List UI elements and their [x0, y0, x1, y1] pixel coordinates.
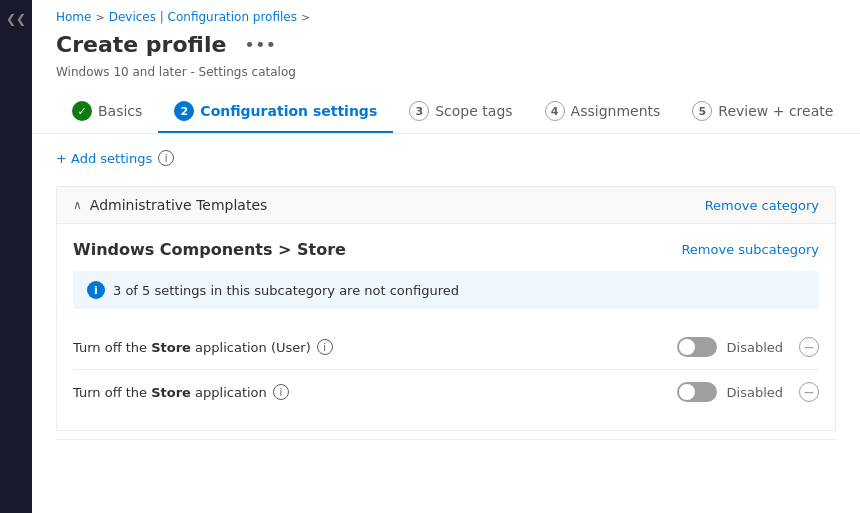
category-section: ∧ Administrative Templates Remove catego… — [56, 186, 836, 431]
breadcrumb-devices[interactable]: Devices | Configuration profiles — [109, 10, 297, 24]
toggle-1-label: Disabled — [727, 340, 783, 355]
category-header-left: ∧ Administrative Templates — [73, 197, 267, 213]
setting-row: Turn off the Store application (User) i … — [73, 325, 819, 370]
category-name: Administrative Templates — [90, 197, 268, 213]
sidebar: ❮❮ — [0, 0, 32, 513]
setting-1-info-icon[interactable]: i — [317, 339, 333, 355]
category-collapse-icon[interactable]: ∧ — [73, 198, 82, 212]
content-area: + Add settings i ∧ Administrative Templa… — [32, 134, 860, 513]
setting-2-remove-button[interactable]: − — [799, 382, 819, 402]
toggle-2-container: Disabled — [677, 382, 783, 402]
remove-category-button[interactable]: Remove category — [705, 198, 819, 213]
sidebar-collapse-button[interactable]: ❮❮ — [2, 8, 30, 30]
category-header: ∧ Administrative Templates Remove catego… — [57, 187, 835, 224]
tab-configuration-label: Configuration settings — [200, 103, 377, 119]
bottom-divider — [56, 439, 836, 440]
breadcrumb: Home > Devices | Configuration profiles … — [32, 0, 860, 28]
tab-configuration[interactable]: 2 Configuration settings — [158, 91, 393, 133]
main-content: Home > Devices | Configuration profiles … — [32, 0, 860, 513]
breadcrumb-home[interactable]: Home — [56, 10, 91, 24]
tab-assignments[interactable]: 4 Assignments — [529, 91, 677, 133]
toggle-1-container: Disabled — [677, 337, 783, 357]
info-banner-text: 3 of 5 settings in this subcategory are … — [113, 283, 459, 298]
tabs-container: ✓ Basics 2 Configuration settings 3 Scop… — [32, 91, 860, 134]
setting-label-1-text: Turn off the Store application (User) — [73, 340, 311, 355]
setting-row: Turn off the Store application i Disable… — [73, 370, 819, 414]
tab-scope-num: 3 — [409, 101, 429, 121]
subcategory-title: Windows Components > Store — [73, 240, 346, 259]
breadcrumb-sep1: > — [95, 11, 104, 24]
toggle-2[interactable] — [677, 382, 717, 402]
tab-review-label: Review + create — [718, 103, 833, 119]
setting-label-2-text: Turn off the Store application — [73, 385, 267, 400]
settings-list: Turn off the Store application (User) i … — [73, 325, 819, 414]
page-menu-button[interactable]: ••• — [238, 32, 282, 57]
toggle-2-label: Disabled — [727, 385, 783, 400]
add-settings-label: + Add settings — [56, 151, 152, 166]
toggle-1[interactable] — [677, 337, 717, 357]
add-settings-button[interactable]: + Add settings i — [56, 150, 836, 166]
tab-scope[interactable]: 3 Scope tags — [393, 91, 528, 133]
info-banner: i 3 of 5 settings in this subcategory ar… — [73, 271, 819, 309]
toggle-1-knob — [679, 339, 695, 355]
tab-basics[interactable]: ✓ Basics — [56, 91, 158, 133]
tab-assignments-num: 4 — [545, 101, 565, 121]
setting-label-1: Turn off the Store application (User) i — [73, 339, 677, 355]
add-settings-info-icon[interactable]: i — [158, 150, 174, 166]
tab-assignments-label: Assignments — [571, 103, 661, 119]
subcategory-header: Windows Components > Store Remove subcat… — [73, 240, 819, 259]
page-subtitle: Windows 10 and later - Settings catalog — [32, 65, 860, 91]
page-header: Create profile ••• — [32, 28, 860, 65]
tab-review[interactable]: 5 Review + create — [676, 91, 849, 133]
remove-subcategory-button[interactable]: Remove subcategory — [681, 242, 819, 257]
subcategory-section: Windows Components > Store Remove subcat… — [57, 224, 835, 430]
tab-basics-check: ✓ — [72, 101, 92, 121]
tab-review-num: 5 — [692, 101, 712, 121]
tab-basics-label: Basics — [98, 103, 142, 119]
setting-label-2: Turn off the Store application i — [73, 384, 677, 400]
tab-configuration-num: 2 — [174, 101, 194, 121]
setting-1-remove-button[interactable]: − — [799, 337, 819, 357]
breadcrumb-sep2: > — [301, 11, 310, 24]
toggle-2-knob — [679, 384, 695, 400]
setting-2-info-icon[interactable]: i — [273, 384, 289, 400]
page-title: Create profile — [56, 32, 226, 57]
info-banner-icon: i — [87, 281, 105, 299]
tab-scope-label: Scope tags — [435, 103, 512, 119]
